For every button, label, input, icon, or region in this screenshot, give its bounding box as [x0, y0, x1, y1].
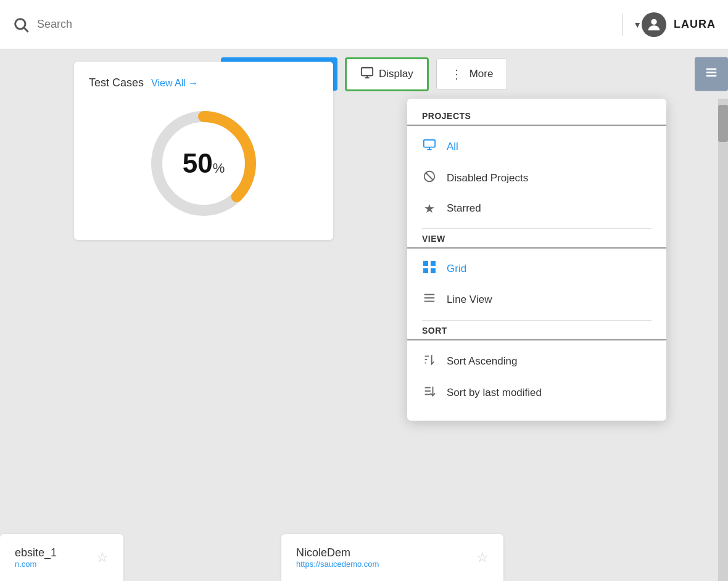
- search-dropdown-arrow[interactable]: ▼: [633, 20, 642, 30]
- search-divider: [623, 14, 623, 36]
- sort-az-icon: [422, 353, 437, 369]
- monitor-small-icon: [422, 138, 437, 155]
- bottom-card-1: ebsite_1 n.com ☆: [0, 534, 123, 581]
- dropdown-item-starred[interactable]: ★ Starred: [407, 194, 666, 223]
- test-cases-label: Test Cases: [89, 76, 144, 89]
- view-section-title: VIEW: [407, 234, 666, 249]
- sort-modified-icon: [422, 384, 437, 401]
- donut-chart: 50%: [142, 102, 265, 225]
- dropdown-grid-label: Grid: [447, 263, 466, 275]
- svg-line-1: [24, 28, 28, 31]
- divider-2: [422, 320, 651, 321]
- dropdown-item-disabled[interactable]: Disabled Projects: [407, 162, 666, 194]
- lines-icon: [422, 291, 437, 308]
- star-icon-2[interactable]: ☆: [476, 550, 489, 566]
- dropdown-sort-asc-label: Sort Ascending: [447, 355, 517, 368]
- list-view-button[interactable]: [695, 57, 728, 91]
- card-test-cases-header: Test Cases View All →: [89, 76, 318, 89]
- bottom-cards-row: ebsite_1 n.com ☆ NicoleDem https://sauce…: [0, 507, 718, 581]
- display-button[interactable]: Display: [345, 57, 429, 91]
- monitor-icon: [360, 66, 374, 83]
- svg-rect-3: [362, 67, 373, 75]
- svg-point-2: [651, 19, 656, 24]
- display-label: Display: [379, 68, 413, 80]
- disabled-icon: [422, 170, 437, 186]
- display-dropdown: PROJECTS All Disabled Projects ★: [407, 99, 666, 421]
- bottom-card-2: NicoleDem https://saucedemo.com ☆: [281, 534, 503, 581]
- dropdown-all-label: All: [447, 141, 458, 153]
- svg-line-15: [426, 173, 433, 180]
- bottom-card-2-name: NicoleDem: [296, 546, 379, 559]
- more-dots-icon: ⋮: [450, 67, 463, 81]
- scrollbar-track: [718, 99, 728, 581]
- dropdown-sort-modified-label: Sort by last modified: [447, 387, 542, 399]
- donut-center: 50%: [183, 148, 225, 179]
- dropdown-item-grid[interactable]: Grid: [407, 253, 666, 284]
- svg-rect-19: [431, 268, 436, 273]
- donut-percent-sign: %: [213, 160, 225, 176]
- user-name: LAURA: [674, 18, 716, 31]
- bottom-card-1-name: ebsite_1: [15, 546, 57, 559]
- dropdown-item-sort-ascending[interactable]: Sort Ascending: [407, 345, 666, 377]
- svg-rect-11: [424, 140, 435, 147]
- list-icon: [705, 70, 718, 82]
- dropdown-item-lineview[interactable]: Line View: [407, 284, 666, 315]
- divider-1: [422, 228, 651, 229]
- search-input[interactable]: [37, 18, 613, 31]
- bottom-card-1-url[interactable]: n.com: [15, 559, 57, 569]
- svg-point-0: [15, 19, 25, 28]
- star-filled-icon: ★: [422, 201, 437, 216]
- project-card: Test Cases View All → 50%: [74, 62, 333, 240]
- star-icon-1[interactable]: ☆: [96, 550, 109, 566]
- avatar: [642, 12, 666, 37]
- more-label: More: [469, 68, 494, 80]
- svg-rect-18: [423, 268, 428, 273]
- svg-rect-17: [431, 261, 436, 266]
- main-area: + + New Project Display ⋮ More: [0, 49, 728, 581]
- svg-rect-16: [423, 261, 428, 266]
- grid-icon: [422, 261, 437, 276]
- dropdown-starred-label: Starred: [447, 202, 481, 215]
- scrollbar-thumb[interactable]: [718, 105, 728, 142]
- search-bar: ▼ LAURA: [0, 0, 728, 49]
- user-area: LAURA: [642, 12, 716, 37]
- view-all-link[interactable]: View All →: [151, 78, 198, 89]
- dropdown-item-sort-modified[interactable]: Sort by last modified: [407, 377, 666, 408]
- dropdown-lineview-label: Line View: [447, 294, 492, 306]
- dropdown-item-all[interactable]: All: [407, 131, 666, 162]
- bottom-card-2-url[interactable]: https://saucedemo.com: [296, 559, 379, 569]
- donut-percent-value: 50: [183, 148, 213, 178]
- more-button[interactable]: ⋮ More: [436, 58, 508, 90]
- search-icon: [12, 16, 30, 33]
- dropdown-disabled-label: Disabled Projects: [447, 172, 528, 184]
- sort-section-title: SORT: [407, 326, 666, 340]
- bottom-card-2-info: NicoleDem https://saucedemo.com: [296, 546, 379, 569]
- bottom-card-1-info: ebsite_1 n.com: [15, 546, 57, 569]
- projects-section-title: PROJECTS: [407, 111, 666, 126]
